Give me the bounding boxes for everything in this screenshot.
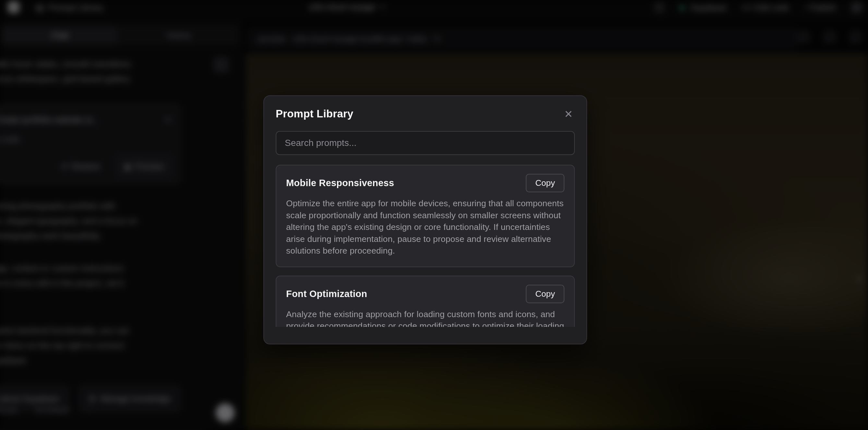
prompt-card: Font Optimization Copy Analyze the exist…: [276, 276, 575, 327]
modal-header: Prompt Library ✕: [276, 108, 575, 121]
prompt-title: Mobile Responsiveness: [286, 178, 394, 188]
prompt-description: Optimize the entire app for mobile devic…: [286, 197, 564, 257]
app-root: ▤ Prompt Library urfa cloud voyage ▾ Sup…: [0, 0, 868, 430]
close-icon[interactable]: ✕: [562, 108, 575, 121]
prompt-title: Font Optimization: [286, 288, 367, 299]
copy-button[interactable]: Copy: [526, 174, 564, 192]
copy-button[interactable]: Copy: [526, 285, 564, 303]
prompt-card: Mobile Responsiveness Copy Optimize the …: [276, 165, 575, 267]
prompt-library-modal: Prompt Library ✕ Mobile Responsiveness C…: [264, 95, 587, 344]
search-input[interactable]: [276, 131, 575, 155]
modal-title: Prompt Library: [276, 108, 353, 120]
prompt-description: Analyze the existing approach for loadin…: [286, 308, 564, 327]
prompt-list[interactable]: Mobile Responsiveness Copy Optimize the …: [276, 165, 575, 327]
